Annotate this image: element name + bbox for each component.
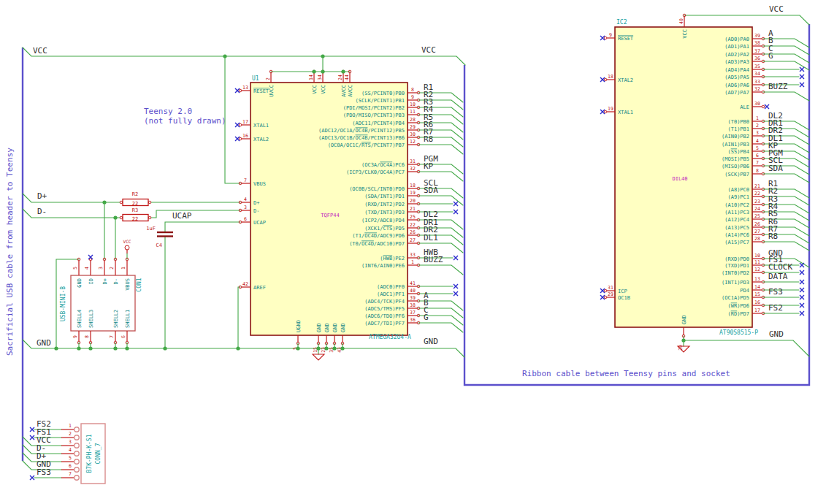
vcc-power-symbol-label: VCC [123, 239, 131, 244]
pin-name: ID [88, 278, 94, 284]
usb-cable-note: Sacrificial USB cable from header to Tee… [5, 148, 15, 356]
vcc-power-symbol[interactable] [125, 245, 129, 250]
pin-number: 22 [410, 222, 416, 228]
net-label-fs3[interactable]: FS3 [37, 467, 51, 477]
pin-number: 17 [242, 119, 248, 125]
net-label-vcc-u1[interactable]: VCC [421, 45, 436, 55]
u1-footprint[interactable]: TQFP44 [321, 213, 339, 218]
pin-number: 7 [756, 160, 759, 166]
junction-dot [113, 346, 117, 350]
pin-number: 39 [754, 33, 760, 39]
c4-reference[interactable]: C4 [156, 243, 162, 248]
pin-end [120, 201, 123, 204]
pin-name: SHELL2 [113, 310, 119, 328]
net-label-dl1[interactable]: DL1 [424, 233, 438, 243]
pin-number: 12 [754, 267, 760, 272]
ic2-value[interactable]: AT90S8515-P [719, 329, 758, 336]
conn7-reference[interactable]: CONN_7 [95, 443, 102, 464]
ribbon-cable-note: Ribbon cable between Teensy pins and soc… [522, 369, 730, 378]
net-label-vcc-left[interactable]: VCC [33, 46, 47, 56]
wire[interactable] [684, 15, 809, 25]
junction-dot [77, 346, 80, 350]
wire[interactable] [684, 340, 809, 356]
wire[interactable] [23, 47, 465, 65]
con1-reference[interactable]: CON1 [136, 278, 142, 291]
pin-number: 16 [754, 299, 760, 305]
wire[interactable] [418, 145, 463, 154]
junction-dot [340, 346, 344, 350]
junction-dot [125, 346, 129, 350]
no-connect-icon [800, 67, 804, 72]
pin-number: 6 [756, 153, 759, 159]
pin-number: 38 [410, 302, 416, 308]
conn7-body[interactable] [81, 424, 105, 484]
no-connect-icon [88, 255, 93, 259]
net-label-dplus[interactable]: D+ [37, 191, 47, 201]
net-label-g[interactable]: G [424, 313, 429, 322]
net-label-gnd-left[interactable]: GND [37, 338, 51, 348]
pin-number: 10 [410, 102, 416, 107]
pin-end [604, 289, 607, 292]
r3-value[interactable]: 22 [132, 216, 138, 222]
r2-reference[interactable]: R2 [132, 191, 138, 197]
wire[interactable] [225, 56, 240, 183]
net-label-sda[interactable]: SDA [424, 186, 438, 195]
pin-name: ICP [618, 289, 627, 294]
c4-value[interactable]: 1uF [146, 226, 156, 232]
pin-name: (T1/OC4D/ADC9)PD6 [352, 233, 405, 239]
net-label-buzz[interactable]: BUZZ [768, 82, 788, 91]
teensy-note-line1: Teensy 2.0 [144, 107, 192, 116]
pin-name: (A13)PC5 [724, 225, 749, 231]
conn7-value[interactable]: B7K-PH-K-S1 [86, 434, 93, 473]
pin-number: 30 [754, 101, 760, 107]
net-label-r8[interactable]: R8 [424, 134, 433, 144]
ic2-reference[interactable]: IC2 [616, 19, 627, 26]
pin-name: (SCK)PB7 [724, 172, 749, 177]
net-label-r8[interactable]: R8 [768, 232, 778, 241]
junction-dot [324, 346, 328, 350]
net-label-fs2[interactable]: FS2 [768, 303, 783, 313]
pin-name: GND [340, 323, 346, 332]
pin-number: 18 [410, 183, 416, 188]
wire[interactable] [763, 92, 809, 101]
ic2-footprint[interactable]: DIL40 [672, 176, 687, 182]
u1-reference[interactable]: U1 [252, 75, 259, 82]
pin-name: (RD)PD7 [727, 311, 749, 317]
con1-value[interactable]: USB-MINI-B [60, 286, 66, 321]
pin-number: 26 [410, 229, 416, 235]
net-label-g[interactable]: G [768, 51, 773, 61]
pin-number: 16 [242, 133, 248, 139]
net-label-vcc-ic2[interactable]: VCC [769, 4, 784, 14]
net-label-sda[interactable]: SDA [768, 164, 783, 173]
pin-end [120, 216, 123, 219]
net-label-ucap[interactable]: UCAP [172, 211, 192, 221]
wire[interactable] [151, 210, 240, 218]
pin-number: 23 [754, 199, 760, 205]
net-label-clock[interactable]: CLOCK [768, 262, 792, 272]
ground-symbol[interactable] [313, 354, 324, 360]
wire[interactable] [418, 323, 463, 332]
pin-name: (ADC11/PCINT4)PB4 [352, 121, 405, 126]
pin-number: 29 [608, 291, 613, 297]
pin-name: (ADC12/OC1A/OC4B/PCINT12)PB5 [318, 128, 405, 134]
pin-number: 33 [410, 252, 416, 258]
net-label-gnd-u1[interactable]: GND [424, 337, 438, 346]
net-label-buzz[interactable]: BUZZ [424, 255, 443, 264]
net-label-gnd-ic2[interactable]: GND [769, 329, 784, 339]
schematic-canvas[interactable]: 8(SS/PCINT0)PB0R19(SCLK/PCINT1)PB1R210(P… [0, 0, 826, 504]
net-label-kp[interactable]: KP [424, 161, 434, 171]
net-label-data[interactable]: DATA [768, 272, 788, 281]
pin-number: 9 [609, 32, 612, 38]
wire[interactable] [418, 265, 463, 275]
pin-number: 24 [754, 206, 760, 212]
no-connect-icon [800, 280, 804, 284]
net-label-fs3[interactable]: FS3 [768, 287, 783, 297]
pin-name: (AD4)PA4 [724, 67, 749, 73]
net-label-dminus[interactable]: D- [37, 207, 47, 216]
wire[interactable] [165, 222, 240, 232]
wire[interactable] [238, 287, 240, 348]
r2-value[interactable]: 22 [132, 201, 138, 207]
pin-name: (ICP2/ADC8)PD4 [362, 218, 405, 224]
r3-reference[interactable]: R3 [132, 207, 138, 213]
u1-value[interactable]: ATMEGA32U4-A [369, 334, 411, 340]
